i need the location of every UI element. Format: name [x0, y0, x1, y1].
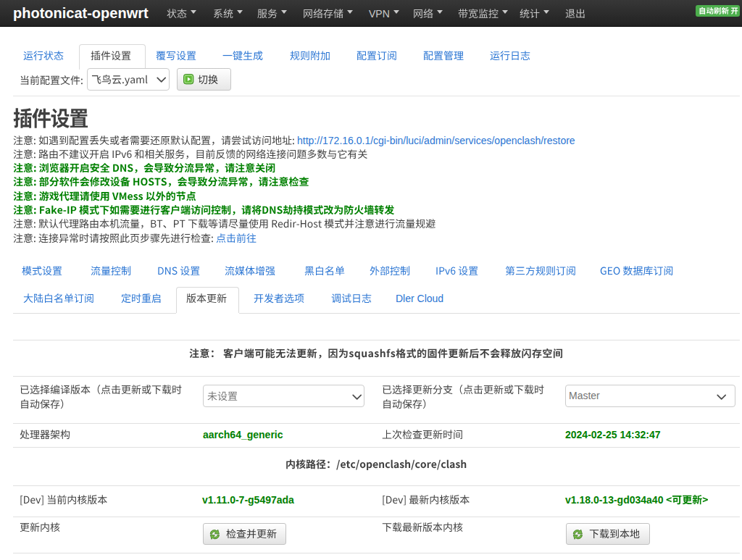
- svg-text:photonicat-openwrt: photonicat-openwrt: [13, 4, 149, 20]
- svg-text:http://172.16.0.1/cgi-bin/luci: http://172.16.0.1/cgi-bin/luci/admin/ser…: [297, 135, 575, 146]
- svg-text:aarch64_generic: aarch64_generic: [203, 429, 283, 440]
- svg-text:v1.18.0-13-gd034a40: v1.18.0-13-gd034a40: [565, 494, 664, 506]
- svg-text:Master: Master: [569, 390, 600, 401]
- svg-text:VPN: VPN: [369, 8, 390, 20]
- svg-text:2024-02-25 14:32:47: 2024-02-25 14:32:47: [565, 429, 661, 440]
- svg-text:v1.11.0-7-g5497ada: v1.11.0-7-g5497ada: [202, 494, 294, 506]
- svg-text:Dler Cloud: Dler Cloud: [396, 293, 443, 304]
